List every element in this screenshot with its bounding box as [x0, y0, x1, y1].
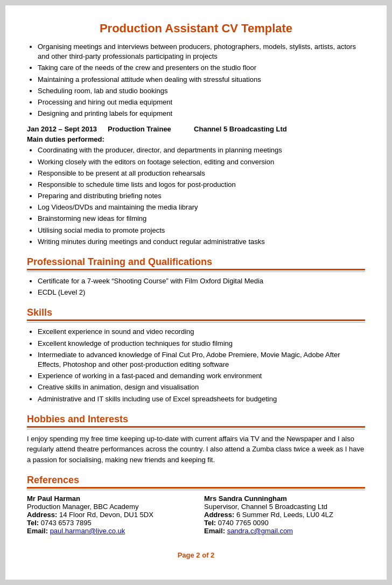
- ref1-tel-value: 0743 6573 7895: [41, 519, 92, 527]
- ref2-role: Supervisor, Channel 5 Broadcasting Ltd: [204, 503, 365, 511]
- skill-1: Excellent experience in sound and video …: [38, 327, 365, 337]
- intro-bullet-2: Taking care of the needs of the crew and…: [38, 63, 365, 73]
- references-grid: Mr Paul Harman Production Manager, BBC A…: [27, 495, 365, 535]
- intro-bullet-1: Organising meetings and interviews betwe…: [38, 42, 365, 61]
- duty-2: Working closely with the editors on foot…: [38, 157, 365, 167]
- ref1-address-value: 14 Floor Rd, Devon, DU1 5DX: [59, 511, 153, 519]
- duty-6: Log Videos/DVDs and maintaining the medi…: [38, 203, 365, 212]
- ref1-email: Email: paul.harman@live.co.uk: [27, 527, 188, 535]
- ref2-email-label: Email:: [204, 527, 225, 535]
- job2-company: Channel 5 Broadcasting Ltd: [194, 125, 287, 133]
- ref1-email-label: Email:: [27, 527, 48, 535]
- duty-1: Coordinating with the producer, director…: [38, 145, 365, 155]
- ref2-address-value: 6 Summer Rd, Leeds, LU0 4LZ: [236, 511, 333, 519]
- hobbies-heading: Hobbies and Interests: [27, 414, 365, 425]
- training-divider1: [27, 269, 365, 270]
- ref2-block: Mrs Sandra Cunningham Supervisor, Channe…: [204, 495, 365, 535]
- duty-4: Responsible to schedule time lists and l…: [38, 180, 365, 190]
- skill-3: Intermediate to advanced knowledge of Fi…: [38, 350, 365, 370]
- references-divider1: [27, 487, 365, 489]
- ref2-tel: Tel: 0740 7765 0090: [204, 519, 365, 527]
- job2-date: Jan 2012 – Sept 2013: [27, 125, 97, 133]
- skill-5: Creative skills in animation, design and…: [38, 382, 365, 392]
- training-heading: Professional Training and Qualifications: [27, 256, 365, 268]
- references-divider2: [27, 490, 365, 490]
- hobbies-divider1: [27, 426, 365, 428]
- hobbies-divider2: [27, 429, 365, 429]
- ref1-address-label: Address:: [27, 511, 57, 519]
- page-number: Page 2 of 2: [27, 551, 365, 559]
- references-heading: References: [27, 475, 365, 486]
- intro-bullet-6: Designing and printing labels for equipm…: [38, 109, 365, 119]
- ref1-email-link[interactable]: paul.harman@live.co.uk: [50, 527, 125, 535]
- skills-divider1: [27, 319, 365, 321]
- intro-bullet-5: Processing and hiring out media equipmen…: [38, 98, 365, 107]
- ref1-name: Mr Paul Harman: [27, 495, 188, 503]
- skills-list: Excellent experience in sound and video …: [38, 327, 365, 403]
- job2-title: Production Trainee: [108, 125, 183, 133]
- intro-bullet-4: Scheduling room, lab and studio bookings: [38, 86, 365, 96]
- skill-2: Excellent knowledge of production techni…: [38, 339, 365, 349]
- duty-8: Utilising social media to promote projec…: [38, 226, 365, 235]
- duty-5: Preparing and distributing briefing note…: [38, 191, 365, 201]
- duty-7: Brainstorming new ideas for filming: [38, 214, 365, 224]
- duty-9: Writing minutes during meetings and cond…: [38, 237, 365, 247]
- duty-3: Responsible to be present at all product…: [38, 169, 365, 178]
- training-divider2: [27, 271, 365, 272]
- training-item-1: Certificate for a 7-week “Shooting Cours…: [38, 276, 365, 286]
- page-title: Production Assistant CV Template: [27, 22, 365, 36]
- ref2-email: Email: sandra.c@gmail.com: [204, 527, 365, 535]
- skills-heading: Skills: [27, 307, 365, 318]
- skill-6: Administrative and IT skills including u…: [38, 394, 365, 404]
- training-item-2: ECDL (Level 2): [38, 288, 365, 297]
- ref2-email-link[interactable]: sandra.c@gmail.com: [227, 527, 293, 535]
- hobbies-text: I enjoy spending my free time keeping up…: [27, 434, 365, 465]
- skills-divider2: [27, 322, 365, 323]
- job2-header: Jan 2012 – Sept 2013 Production Trainee …: [27, 125, 365, 133]
- ref2-tel-value: 0740 7765 0090: [218, 519, 269, 527]
- intro-bullets-list: Organising meetings and interviews betwe…: [38, 42, 365, 119]
- ref2-name: Mrs Sandra Cunningham: [204, 495, 365, 503]
- ref1-tel: Tel: 0743 6573 7895: [27, 519, 188, 527]
- ref2-address-label: Address:: [204, 511, 234, 519]
- skill-4: Experience of working in a fast-paced an…: [38, 371, 365, 381]
- ref2-tel-label: Tel:: [204, 519, 216, 527]
- intro-bullet-3: Maintaining a professional attitude when…: [38, 75, 365, 85]
- ref1-address: Address: 14 Floor Rd, Devon, DU1 5DX: [27, 511, 188, 519]
- job2-duties-list: Coordinating with the producer, director…: [38, 145, 365, 247]
- cv-page: Production Assistant CV Template Organis…: [5, 5, 387, 580]
- ref1-block: Mr Paul Harman Production Manager, BBC A…: [27, 495, 188, 535]
- training-list: Certificate for a 7-week “Shooting Cours…: [38, 276, 365, 297]
- ref2-address: Address: 6 Summer Rd, Leeds, LU0 4LZ: [204, 511, 365, 519]
- ref1-role: Production Manager, BBC Academy: [27, 503, 188, 511]
- main-duties-label: Main duties performed:: [27, 135, 365, 143]
- ref1-tel-label: Tel:: [27, 519, 39, 527]
